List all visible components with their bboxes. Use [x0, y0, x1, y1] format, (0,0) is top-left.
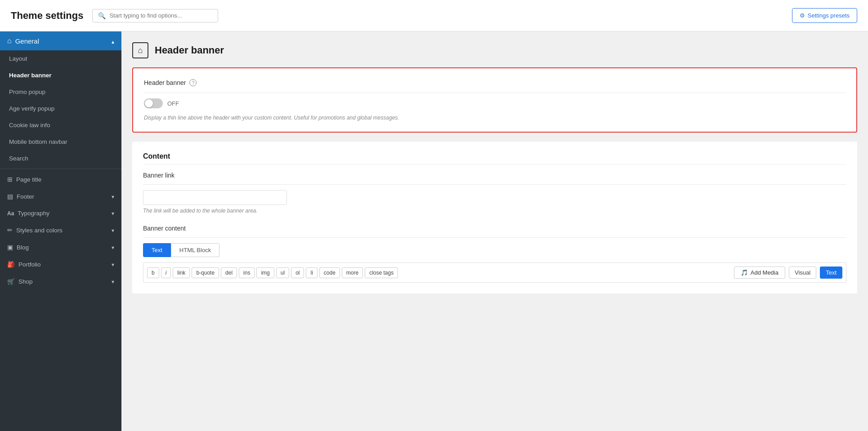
top-bar-left: Theme settings 🔍	[11, 9, 218, 22]
banner-link-input[interactable]	[143, 190, 287, 205]
content-area: ⌂ Header banner Header banner ? OFF Disp…	[121, 31, 868, 431]
shop-icon: 🛒	[7, 278, 15, 285]
sidebar-general-header[interactable]: ⌂ General	[0, 31, 121, 50]
tab-text[interactable]: Text	[143, 243, 171, 257]
sidebar-nav-item-age-verify[interactable]: Age verify popup	[0, 100, 121, 117]
page-header: ⌂ Header banner	[132, 42, 857, 58]
search-bar[interactable]: 🔍	[92, 9, 218, 22]
text-active-button[interactable]: Text	[820, 267, 842, 279]
editor-btn-img[interactable]: img	[256, 267, 274, 278]
editor-btn-b[interactable]: b	[147, 267, 159, 278]
palette-icon: ✏	[7, 227, 13, 234]
divider-2	[143, 184, 846, 185]
sidebar-section-portfolio[interactable]: 🎒 Portfolio	[0, 256, 121, 273]
banner-link-field: Banner link The link will be added to th…	[143, 172, 846, 214]
header-banner-description: Display a thin line above the header wit…	[144, 115, 846, 121]
top-bar: Theme settings 🔍 ⚙ Settings presets	[0, 0, 868, 31]
chevron-down-icon-styles	[112, 227, 114, 234]
page-title: Header banner	[155, 44, 224, 56]
sidebar-section-blog[interactable]: ▣ Blog	[0, 239, 121, 256]
editor-btn-ol[interactable]: ol	[291, 267, 304, 278]
tab-buttons: Text HTML Block	[143, 243, 846, 257]
divider-1	[144, 93, 846, 93]
sidebar: ⌂ General Layout Header banner Promo pop…	[0, 31, 121, 431]
sidebar-section-typography[interactable]: Aa Typography	[0, 205, 121, 222]
sidebar-section-styles-colors[interactable]: ✏ Styles and colors	[0, 222, 121, 239]
content-card: Content Banner link The link will be add…	[132, 142, 857, 293]
footer-icon: ▤	[7, 193, 13, 200]
banner-content-label: Banner content	[143, 225, 846, 232]
settings-presets-button[interactable]: ⚙ Settings presets	[792, 8, 857, 23]
sidebar-nav-item-cookie-law[interactable]: Cookie law info	[0, 117, 121, 133]
help-icon[interactable]: ?	[189, 79, 197, 86]
editor-btn-ins[interactable]: ins	[239, 267, 255, 278]
typography-icon: Aa	[7, 210, 14, 217]
header-banner-label: Header banner ?	[144, 79, 846, 86]
house-icon: ⌂	[138, 46, 143, 55]
search-input[interactable]	[109, 12, 212, 19]
sidebar-nav-item-promo-popup[interactable]: Promo popup	[0, 84, 121, 100]
visual-button[interactable]: Visual	[789, 267, 816, 279]
sidebar-divider-1	[0, 169, 121, 169]
sidebar-section-footer[interactable]: ▤ Footer	[0, 188, 121, 205]
banner-link-hint: The link will be added to the whole bann…	[143, 208, 846, 214]
editor-btn-link[interactable]: link	[173, 267, 190, 278]
search-icon: 🔍	[98, 12, 106, 19]
banner-link-label: Banner link	[143, 172, 846, 179]
sidebar-section-page-title[interactable]: ⊞ Page title	[0, 171, 121, 188]
banner-content-field: Banner content Text HTML Block b i link	[143, 225, 846, 283]
home-icon: ⌂	[7, 37, 12, 45]
page-icon: ⊞	[7, 176, 13, 183]
chevron-down-icon-shop	[112, 278, 114, 285]
toggle-row: OFF	[144, 98, 846, 108]
editor-btn-close-tags[interactable]: close tags	[365, 267, 398, 278]
editor-container: b i link b-quote del ins img ul ol li co…	[143, 262, 846, 283]
media-icon: 🎵	[741, 269, 748, 276]
add-media-button[interactable]: 🎵 Add Media	[734, 267, 785, 279]
sidebar-general-label: General	[15, 37, 39, 45]
editor-toolbar: b i link b-quote del ins img ul ol li co…	[147, 267, 842, 279]
editor-btn-ul[interactable]: ul	[276, 267, 289, 278]
toggle-label: OFF	[167, 100, 179, 107]
sidebar-section-shop[interactable]: 🛒 Shop	[0, 273, 121, 290]
chevron-up-icon	[112, 37, 114, 45]
chevron-down-icon-portfolio	[112, 261, 114, 268]
chevron-down-icon-typography	[112, 210, 114, 217]
toggle-knob	[145, 99, 153, 107]
editor-btn-bquote[interactable]: b-quote	[192, 267, 219, 278]
editor-btn-del[interactable]: del	[221, 267, 237, 278]
app-title: Theme settings	[11, 10, 83, 22]
chevron-down-icon	[112, 193, 114, 200]
editor-btn-li[interactable]: li	[306, 267, 317, 278]
sidebar-nav-item-layout[interactable]: Layout	[0, 50, 121, 67]
gear-icon: ⚙	[800, 12, 805, 19]
portfolio-icon: 🎒	[7, 261, 15, 268]
editor-btn-i[interactable]: i	[161, 267, 171, 278]
header-banner-icon: ⌂	[132, 42, 148, 58]
sidebar-nav-item-header-banner[interactable]: Header banner	[0, 67, 121, 84]
blog-icon: ▣	[7, 244, 13, 251]
sidebar-nav-item-mobile-navbar[interactable]: Mobile bottom navbar	[0, 133, 121, 150]
content-section-title: Content	[143, 152, 846, 164]
main-layout: ⌂ General Layout Header banner Promo pop…	[0, 31, 868, 431]
header-banner-card: Header banner ? OFF Display a thin line …	[132, 67, 857, 133]
editor-right: 🎵 Add Media Visual Text	[734, 267, 842, 279]
tab-html-block[interactable]: HTML Block	[171, 243, 219, 257]
header-banner-toggle[interactable]	[144, 98, 163, 108]
chevron-down-icon-blog	[112, 244, 114, 251]
divider-3	[143, 237, 846, 238]
editor-btn-code[interactable]: code	[319, 267, 340, 278]
editor-btn-more[interactable]: more	[342, 267, 363, 278]
sidebar-nav-item-search[interactable]: Search	[0, 150, 121, 167]
